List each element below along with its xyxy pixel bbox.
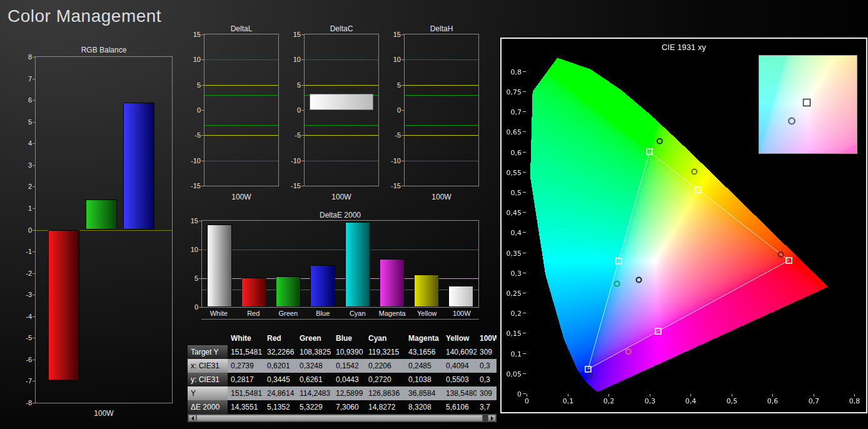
col-header-blue: Blue	[333, 330, 365, 345]
table-cell: 14,3551	[228, 400, 264, 414]
col-header-red: Red	[264, 330, 296, 345]
y-tick-mark	[401, 110, 404, 111]
y-tick-label: -5	[26, 335, 32, 341]
table-cell: 138,5480	[443, 386, 477, 400]
table-row: y: CIE310,28170,34450,62610,04430,27200,…	[188, 373, 497, 386]
scrollbar-right-button[interactable]	[488, 415, 496, 421]
table-cell: 0,1542	[333, 359, 365, 373]
deltae-bar-blue	[310, 265, 335, 307]
threshold-line	[204, 59, 278, 60]
col-header-green: Green	[296, 330, 333, 345]
y-tick-mark	[301, 34, 304, 35]
y-tick-mark	[33, 79, 35, 79]
row-label: y: CIE31	[188, 373, 228, 386]
y-tick-mark	[33, 316, 35, 317]
y-tick-label: 10	[193, 56, 201, 63]
threshold-line	[204, 85, 278, 86]
rgb-balance-x-label: 100W	[35, 409, 173, 418]
table-cell: 126,8636	[365, 386, 405, 400]
y-tick-label: 6	[28, 97, 32, 104]
y-tick-mark	[33, 122, 35, 123]
y-tick-mark	[401, 161, 404, 161]
y-tick-mark	[199, 221, 201, 221]
table-cell: 151,5481	[228, 386, 264, 400]
delta-chart-deltac: DeltaC151050-5-10-15100W	[288, 24, 380, 205]
table-cell: 0,6201	[264, 359, 296, 373]
threshold-line	[305, 125, 378, 126]
y-tick-label: -7	[26, 378, 32, 385]
threshold-line	[204, 125, 278, 126]
y-tick-label: 15	[193, 31, 201, 38]
y-tick-mark	[201, 161, 204, 161]
y-tick-mark	[199, 307, 201, 308]
col-header-magenta: Magenta	[405, 330, 443, 345]
y-tick-mark	[301, 135, 304, 136]
deltae-bar-cyan	[345, 222, 370, 307]
mini-chart-title: DeltaH	[404, 24, 479, 33]
y-tick-mark	[199, 278, 201, 279]
y-tick-label: 0	[194, 304, 198, 311]
mini-chart-title: DeltaL	[204, 24, 279, 33]
deltae-bar-red	[241, 278, 266, 307]
deltae-category-label: Yellow	[410, 310, 445, 317]
deltae-bar-green	[276, 276, 301, 307]
y-tick-label: 5	[197, 81, 201, 88]
col-header-100w: 100W	[477, 330, 497, 345]
table-cell: 309	[477, 345, 497, 359]
y-tick-label: -6	[26, 356, 32, 363]
table-header-row: WhiteRedGreenBlueCyanMagentaYellow100W	[188, 330, 497, 345]
y-tick-label: 10	[393, 56, 401, 63]
rgb-balance-title: RGB Balance	[35, 46, 173, 54]
table-cell: 0,2485	[405, 359, 443, 373]
threshold-line	[202, 250, 478, 250]
y-tick-label: 10	[293, 56, 301, 63]
table-cell: 309	[477, 386, 497, 400]
table-cell: 8,3208	[405, 400, 443, 414]
table-h-scrollbar[interactable]	[188, 414, 497, 422]
scrollbar-thumb[interactable]	[196, 415, 483, 421]
threshold-line	[204, 95, 278, 96]
table-cell: 32,2266	[264, 345, 296, 359]
y-tick-label: 0	[28, 226, 32, 233]
threshold-line	[405, 125, 478, 126]
table-cell: 5,1352	[264, 400, 296, 414]
table-cell: 3,7	[477, 400, 497, 414]
y-tick-mark	[33, 360, 35, 360]
y-tick-mark	[201, 110, 204, 111]
y-tick-mark	[201, 59, 204, 60]
y-tick-mark	[33, 143, 35, 144]
y-tick-label: 1	[28, 204, 32, 211]
threshold-line	[305, 135, 378, 136]
measurements-table-grid: WhiteRedGreenBlueCyanMagentaYellow100WTa…	[188, 330, 497, 414]
table-cell: 24,8614	[264, 386, 296, 400]
table-body: Target Y151,548132,2266108,382510,939011…	[188, 345, 497, 414]
y-tick-mark	[401, 85, 404, 86]
deltae-category-label: 100W	[445, 310, 480, 317]
threshold-line	[405, 85, 478, 86]
measurements-table: WhiteRedGreenBlueCyanMagentaYellow100WTa…	[188, 330, 497, 423]
table-corner-cell	[188, 330, 228, 345]
col-header-cyan: Cyan	[365, 330, 405, 345]
y-tick-mark	[33, 273, 35, 274]
table-cell: 0,2720	[365, 373, 405, 386]
cie-title: CIE 1931 xy	[502, 43, 866, 52]
scrollbar-left-button[interactable]	[188, 415, 196, 421]
threshold-line	[405, 95, 478, 96]
deltae-category-label: Cyan	[340, 310, 375, 317]
row-label: ΔE 2000	[188, 400, 228, 414]
y-tick-label: -1	[26, 248, 32, 255]
table-cell: 5,3229	[296, 400, 333, 414]
rgb-balance-chart: RGB Balance 876543210-1-2-3-4-5-6-7-8 10…	[18, 45, 174, 421]
y-tick-label: 3	[28, 161, 32, 168]
table-cell: 12,5899	[333, 386, 365, 400]
table-row: Target Y151,548132,2266108,382510,939011…	[188, 345, 497, 359]
y-tick-mark	[33, 230, 35, 231]
y-tick-label: 5	[194, 275, 198, 282]
rgb-bar-green	[86, 199, 117, 230]
row-label: x: CIE31	[188, 359, 228, 373]
table-cell: 7,3060	[333, 400, 365, 414]
table-cell: 10,9390	[333, 345, 365, 359]
y-tick-mark	[401, 59, 404, 60]
threshold-line	[305, 59, 378, 60]
table-cell: 0,6261	[296, 373, 333, 386]
